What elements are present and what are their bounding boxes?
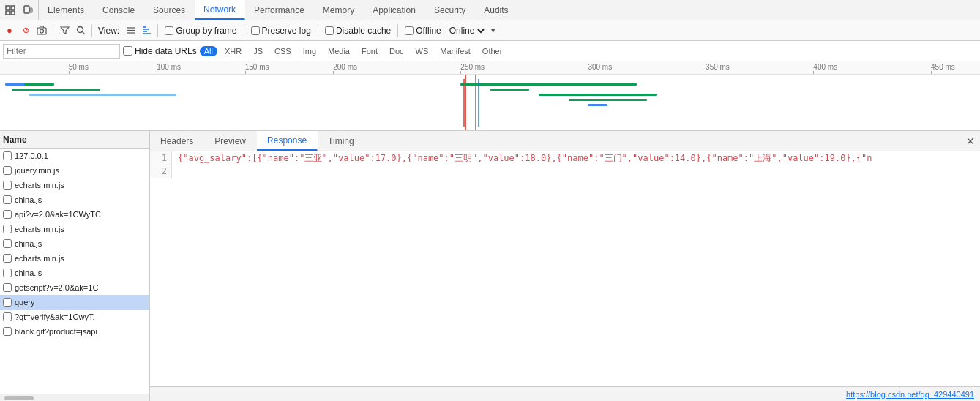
throttle-select[interactable]: Online (446, 25, 487, 37)
file-item-12[interactable]: blank.gif?product=jsapi (0, 324, 149, 339)
file-item-7[interactable]: echarts.min.js (0, 251, 149, 266)
filter-type-doc[interactable]: Doc (385, 46, 408, 56)
tab-network[interactable]: Network (195, 0, 245, 20)
divider-6 (397, 24, 398, 37)
search-icon-button[interactable] (74, 24, 87, 37)
stop-recording-button[interactable]: ⊘ (19, 24, 32, 37)
timeline-bar-4 (29, 94, 176, 96)
tab-application[interactable]: Application (364, 0, 425, 20)
detail-tab-timing[interactable]: Timing (318, 131, 365, 151)
file-item-4[interactable]: api?v=2.0&ak=1CWyTC (0, 207, 149, 222)
timeline-bar-8 (569, 99, 647, 101)
response-content[interactable]: 1 {"avg_salary":[{"name":"三亚","value":17… (150, 151, 980, 386)
file-list-horizontal-scrollbar[interactable] (0, 394, 149, 401)
group-by-frame-label: Group by frame (176, 26, 236, 36)
file-item-checkbox-8[interactable] (3, 269, 12, 277)
filter-type-xhr[interactable]: XHR (220, 46, 246, 56)
file-item-0[interactable]: 127.0.0.1 (0, 149, 149, 163)
timeline-chart[interactable] (0, 75, 980, 131)
tab-elements[interactable]: Elements (39, 0, 94, 20)
record-button[interactable]: ● (3, 24, 16, 37)
file-item-2[interactable]: echarts.min.js (0, 178, 149, 192)
device-toolbar-icon[interactable] (22, 4, 34, 16)
hide-data-urls-checkbox[interactable] (123, 46, 132, 56)
offline-checkbox[interactable] (405, 26, 414, 35)
screenshot-button[interactable] (35, 24, 48, 37)
file-item-10[interactable]: query (0, 295, 149, 310)
file-item-checkbox-2[interactable] (3, 181, 12, 190)
detail-tabs: Headers Preview Response Timing ✕ (150, 131, 980, 151)
file-item-checkbox-7[interactable] (3, 254, 12, 263)
ruler-tick-450ms: 450 ms (931, 63, 955, 71)
filter-type-img[interactable]: Img (299, 46, 321, 56)
preserve-log-label: Preserve log (262, 26, 311, 36)
detail-tab-preview[interactable]: Preview (204, 131, 257, 151)
tab-memory[interactable]: Memory (314, 0, 364, 20)
detail-tab-headers[interactable]: Headers (150, 131, 204, 151)
svg-rect-6 (37, 28, 46, 34)
file-item-checkbox-6[interactable] (3, 239, 12, 248)
ruler-tick-300ms: 300 ms (588, 63, 612, 71)
file-item-checkbox-0[interactable] (3, 151, 12, 160)
inspect-icon[interactable] (4, 4, 16, 16)
ruler-tick-150ms: 150 ms (245, 63, 269, 71)
tab-security[interactable]: Security (425, 0, 475, 20)
tab-sources[interactable]: Sources (144, 0, 195, 20)
file-item-checkbox-12[interactable] (3, 327, 12, 336)
file-item-checkbox-10[interactable] (3, 298, 12, 307)
filter-type-media[interactable]: Media (323, 46, 354, 56)
divider-3 (157, 24, 158, 37)
file-item-1[interactable]: jquery.min.js (0, 163, 149, 178)
h-scroll-thumb[interactable] (4, 396, 34, 400)
preserve-log-checkbox[interactable] (251, 26, 260, 35)
file-item-checkbox-11[interactable] (3, 312, 12, 321)
offline-checkbox-group: Offline (405, 26, 441, 36)
file-item-checkbox-3[interactable] (3, 195, 12, 204)
tab-console[interactable]: Console (94, 0, 144, 20)
waterfall-view-icon[interactable] (140, 24, 153, 37)
filter-icon-button[interactable] (58, 24, 71, 37)
file-item-3[interactable]: china.js (0, 192, 149, 207)
status-bar: https://blog.csdn.net/qq_429440491 (150, 386, 980, 401)
detail-tab-response[interactable]: Response (257, 131, 318, 151)
filter-type-all[interactable]: All (200, 46, 217, 56)
devtools-tab-bar: Elements Console Sources Network Perform… (0, 0, 980, 20)
file-item-11[interactable]: ?qt=verify&ak=1CwyT. (0, 310, 149, 324)
filter-type-font[interactable]: Font (357, 46, 382, 56)
file-item-checkbox-9[interactable] (3, 283, 12, 292)
svg-rect-4 (24, 6, 29, 13)
file-item-8[interactable]: china.js (0, 266, 149, 280)
view-label: View: (98, 26, 119, 36)
load-marker (478, 79, 479, 127)
tab-performance[interactable]: Performance (245, 0, 314, 20)
filter-type-ws[interactable]: WS (411, 46, 433, 56)
hide-data-urls-label: Hide data URLs (135, 46, 197, 56)
main-content: Name 127.0.0.1 jquery.min.js echarts.min… (0, 131, 980, 401)
divider-4 (244, 24, 244, 37)
throttle-dropdown-arrow: ▼ (490, 26, 497, 34)
line-code-1: {"avg_salary":[{"name":"三亚","value":17.0… (172, 151, 878, 165)
file-item-5[interactable]: echarts.min.js (0, 222, 149, 236)
file-item-checkbox-1[interactable] (3, 166, 12, 175)
filter-type-other[interactable]: Other (478, 46, 507, 56)
file-item-checkbox-5[interactable] (3, 225, 12, 233)
divider-5 (318, 24, 318, 37)
file-item-6[interactable]: china.js (0, 236, 149, 251)
file-item-checkbox-4[interactable] (3, 210, 12, 219)
timeline-bar-2 (12, 89, 100, 91)
list-view-icon[interactable] (124, 24, 137, 37)
filter-type-js[interactable]: JS (249, 46, 267, 56)
file-list-body[interactable]: 127.0.0.1 jquery.min.js echarts.min.js c… (0, 149, 149, 394)
filter-input[interactable] (3, 44, 120, 59)
disable-cache-checkbox[interactable] (325, 26, 334, 35)
dcl-marker (463, 79, 465, 127)
timeline-bar-9 (588, 104, 607, 106)
group-by-frame-checkbox[interactable] (165, 26, 173, 35)
svg-rect-3 (11, 11, 15, 15)
filter-type-manifest[interactable]: Manifest (435, 46, 475, 56)
tab-audits[interactable]: Audits (475, 0, 517, 20)
file-item-9[interactable]: getscript?v=2.0&ak=1C (0, 280, 149, 295)
filter-type-css[interactable]: CSS (270, 46, 296, 56)
devtools-icons (0, 0, 39, 20)
close-detail-panel-button[interactable]: ✕ (964, 135, 977, 148)
